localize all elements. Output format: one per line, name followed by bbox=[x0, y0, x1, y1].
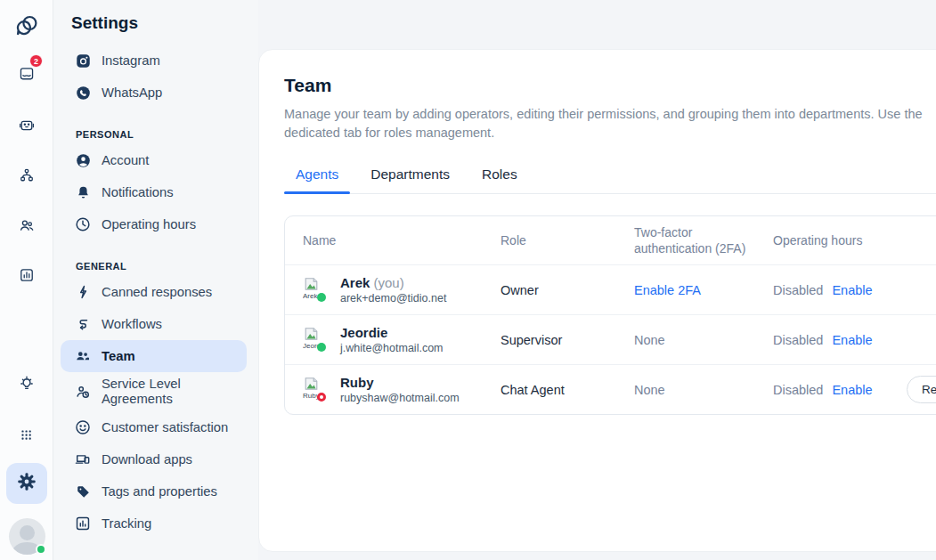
agent-email: rubyshaw@hotmail.com bbox=[340, 392, 460, 404]
sidebar-item-label: Canned responses bbox=[102, 285, 212, 299]
sidebar-item-operating-hours[interactable]: Operating hours bbox=[53, 208, 258, 240]
inbox-rail-button[interactable]: 2 bbox=[0, 61, 53, 87]
name-cell: JeordieJeordiej.white@hotmail.com bbox=[285, 325, 501, 354]
hours-status: Disabled bbox=[773, 333, 823, 347]
sidebar-item-label: Download apps bbox=[102, 452, 192, 467]
enable-2fa-link[interactable]: Enable 2FA bbox=[634, 283, 773, 297]
apps-grid-rail-button[interactable] bbox=[0, 422, 53, 449]
resend-invitation-button[interactable]: Resend invitation bbox=[907, 376, 936, 403]
sidebar-item-label: Team bbox=[102, 349, 135, 363]
flow-rail-button[interactable] bbox=[0, 162, 53, 189]
agent-identity: Rubyrubyshaw@hotmail.com bbox=[340, 375, 460, 404]
sidebar-item-label: Operating hours bbox=[102, 217, 196, 231]
agent-name: Jeordie bbox=[340, 325, 387, 340]
sidebar-item-instagram[interactable]: Instagram bbox=[53, 45, 258, 77]
sidebar-item-customer-satisfaction[interactable]: Customer satisfaction bbox=[53, 411, 258, 443]
sidebar-item-tracking[interactable]: Tracking bbox=[53, 507, 258, 540]
you-suffix: (you) bbox=[374, 275, 404, 290]
sidebar-item-whatsapp[interactable]: WhatsApp bbox=[53, 77, 258, 109]
table-header-row: NameRoleTwo-factor authentication (2FA)O… bbox=[285, 216, 936, 264]
contacts-rail-button[interactable] bbox=[0, 212, 53, 239]
role-cell: Owner bbox=[501, 283, 634, 297]
sla-icon bbox=[75, 384, 91, 400]
bot-icon bbox=[19, 118, 35, 134]
agent-row-ruby[interactable]: RubyRubyrubyshaw@hotmail.comChat AgentNo… bbox=[285, 364, 936, 414]
sidebar-item-label: WhatsApp bbox=[102, 85, 162, 100]
enable-hours-link[interactable]: Enable bbox=[832, 283, 872, 297]
hours-status: Disabled bbox=[773, 383, 823, 397]
agent-email: j.white@hotmail.com bbox=[340, 342, 444, 354]
sidebar-item-service-level-agreements[interactable]: Service Level Agreements bbox=[53, 372, 258, 411]
clock-icon bbox=[75, 216, 91, 232]
icon-rail: 2 bbox=[0, 0, 53, 560]
settings-nav: InstagramWhatsAppPERSONALAccountNotifica… bbox=[53, 45, 258, 540]
apps-grid-icon bbox=[19, 427, 35, 443]
enable-hours-link[interactable]: Enable bbox=[832, 333, 872, 347]
agent-status-dot-online bbox=[317, 343, 326, 352]
avatar-alt-text: Jeordie bbox=[303, 342, 318, 350]
tab-agents[interactable]: Agents bbox=[284, 166, 350, 193]
section-header-personal: PERSONAL bbox=[76, 129, 258, 140]
agent-status-dot-online bbox=[317, 293, 326, 302]
agent-status-dot-offline bbox=[317, 393, 326, 402]
tracking-icon bbox=[75, 515, 91, 532]
gear-icon bbox=[16, 471, 37, 496]
team-tabs: AgentsDepartmentsRoles bbox=[284, 166, 936, 194]
operating-hours-cell: DisabledEnable bbox=[773, 383, 907, 397]
role-cell: Chat Agent bbox=[501, 383, 634, 397]
lightbulb-rail-button[interactable] bbox=[0, 370, 53, 397]
sidebar-item-label: Workflows bbox=[102, 317, 162, 331]
sidebar-item-notifications[interactable]: Notifications bbox=[53, 176, 258, 208]
sidebar-item-label: Tracking bbox=[102, 516, 151, 531]
instagram-icon bbox=[75, 53, 91, 69]
twofa-status: None bbox=[634, 333, 773, 347]
team-icon bbox=[75, 348, 91, 364]
sidebar-item-workflows[interactable]: Workflows bbox=[53, 308, 258, 340]
sidebar-item-tags-and-properties[interactable]: Tags and properties bbox=[53, 475, 258, 507]
smiley-icon bbox=[75, 419, 91, 435]
operating-hours-cell: DisabledEnable bbox=[773, 283, 907, 297]
tidio-logo-icon bbox=[14, 13, 39, 38]
sidebar-item-label: Account bbox=[102, 153, 149, 167]
bell-icon bbox=[75, 184, 91, 200]
action-cell: Resend invitation bbox=[907, 376, 936, 403]
page-title: Team bbox=[284, 75, 936, 96]
flow-icon bbox=[19, 167, 35, 183]
unread-count-badge: 2 bbox=[29, 54, 43, 68]
agent-row-jeordie[interactable]: JeordieJeordiej.white@hotmail.comSupervi… bbox=[285, 314, 936, 364]
name-cell: RubyRubyrubyshaw@hotmail.com bbox=[285, 375, 501, 404]
enable-hours-link[interactable]: Enable bbox=[832, 383, 872, 397]
sidebar-title: Settings bbox=[53, 0, 258, 33]
broken-avatar-image: Jeordie bbox=[303, 326, 328, 354]
team-settings-panel: Team Manage your team by adding operator… bbox=[258, 49, 936, 552]
bot-rail-button[interactable] bbox=[0, 112, 53, 139]
sidebar-item-account[interactable]: Account bbox=[53, 144, 258, 176]
contacts-icon bbox=[19, 217, 35, 233]
role-cell: Supervisor bbox=[501, 333, 634, 347]
analytics-rail-button[interactable] bbox=[0, 262, 53, 288]
tidio-logo-rail-button[interactable] bbox=[0, 12, 53, 39]
workflows-icon bbox=[75, 316, 91, 332]
agent-identity: Arek (you)arek+demo@tidio.net bbox=[340, 275, 446, 304]
column-header-operating-hours: Operating hours bbox=[773, 225, 907, 256]
column-header-two-factor-authentication-2fa-: Two-factor authentication (2FA) bbox=[634, 217, 773, 264]
hours-status: Disabled bbox=[773, 283, 823, 297]
devices-icon bbox=[75, 451, 91, 467]
bolt-icon bbox=[75, 284, 91, 300]
sidebar-item-download-apps[interactable]: Download apps bbox=[53, 443, 258, 475]
sidebar-item-label: Service Level Agreements bbox=[102, 377, 217, 407]
avatar-alt-text: Ruby bbox=[303, 392, 318, 400]
page-description: Manage your team by adding operators, ed… bbox=[284, 105, 932, 142]
agent-row-arek[interactable]: ArekArek (you)arek+demo@tidio.netOwnerEn… bbox=[285, 264, 936, 314]
agent-identity: Jeordiej.white@hotmail.com bbox=[340, 325, 444, 354]
tab-departments[interactable]: Departments bbox=[359, 166, 461, 193]
tab-roles[interactable]: Roles bbox=[470, 166, 529, 193]
gear-rail-button[interactable] bbox=[6, 463, 47, 504]
section-header-general: GENERAL bbox=[76, 261, 258, 272]
avatar-head bbox=[20, 525, 35, 540]
sidebar-item-team[interactable]: Team bbox=[61, 340, 247, 372]
whatsapp-icon bbox=[75, 85, 91, 101]
agent-name: Ruby bbox=[340, 375, 374, 390]
agent-email: arek+demo@tidio.net bbox=[340, 292, 446, 304]
sidebar-item-canned-responses[interactable]: Canned responses bbox=[53, 276, 258, 308]
